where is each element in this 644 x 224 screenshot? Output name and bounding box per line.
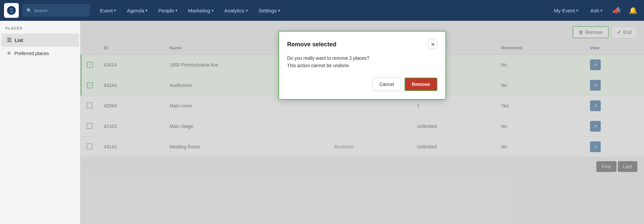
nav-analytics[interactable]: Analytics ▾: [220, 5, 253, 16]
megaphone-icon[interactable]: 📣: [610, 4, 624, 16]
nav-event[interactable]: Event ▾: [95, 5, 121, 16]
chevron-down-icon: ▾: [212, 8, 214, 13]
modal-header: Remove selected ✕: [287, 40, 437, 49]
nav-marketing[interactable]: Marketing ▾: [183, 5, 218, 16]
remove-selected-modal: Remove selected ✕ Do you really want to …: [278, 31, 446, 100]
modal-body-line2: This action cannot be undone.: [287, 62, 437, 69]
sidebar: PLACES ☰ List ✳ Preferred places: [0, 21, 80, 224]
notification-icon[interactable]: 🔔: [626, 4, 640, 16]
chevron-down-icon: ▾: [246, 8, 248, 13]
modal-remove-button[interactable]: Remove: [405, 78, 437, 91]
sidebar-item-list[interactable]: ☰ List: [1, 34, 79, 47]
chevron-down-icon: ▾: [576, 8, 578, 13]
chevron-down-icon: ▾: [114, 8, 116, 13]
list-icon: ☰: [7, 37, 11, 43]
my-event-menu[interactable]: My Event ▾: [549, 5, 583, 16]
nav-people[interactable]: People ▾: [154, 5, 182, 16]
sidebar-section-title: PLACES: [0, 26, 80, 34]
chevron-down-icon: ▾: [175, 8, 177, 13]
chevron-down-icon: ▾: [278, 8, 280, 13]
top-navigation: 🔍 Search Event ▾ Agenda ▾ People ▾ Marke…: [0, 0, 644, 21]
app-logo[interactable]: [4, 3, 19, 18]
modal-body: Do you really want to remove 2 places? T…: [287, 54, 437, 70]
sidebar-item-list-label: List: [15, 38, 23, 43]
search-bar[interactable]: 🔍 Search: [23, 4, 90, 16]
user-menu[interactable]: Ash ▾: [586, 5, 607, 16]
nav-agenda[interactable]: Agenda ▾: [122, 5, 152, 16]
content-area: 🗑 Remove ✔ End ID Name Capacity Restr: [80, 21, 644, 224]
modal-footer: Cancel Remove: [287, 78, 437, 91]
sidebar-item-preferred-label: Preferred places: [14, 51, 49, 56]
topnav-right-section: My Event ▾ Ash ▾ 📣 🔔: [549, 4, 640, 16]
modal-close-button[interactable]: ✕: [428, 40, 437, 49]
main-layout: PLACES ☰ List ✳ Preferred places 🗑 Remov…: [0, 21, 644, 224]
search-icon: 🔍: [26, 8, 32, 13]
modal-title: Remove selected: [287, 41, 336, 48]
sidebar-item-preferred-places[interactable]: ✳ Preferred places: [1, 47, 79, 60]
modal-overlay: Remove selected ✕ Do you really want to …: [80, 21, 644, 224]
chevron-down-icon: ▾: [146, 8, 148, 13]
chevron-down-icon: ▾: [600, 8, 602, 13]
svg-point-0: [7, 6, 16, 15]
cancel-button[interactable]: Cancel: [372, 78, 401, 91]
search-placeholder: Search: [34, 8, 48, 13]
nav-settings[interactable]: Settings ▾: [254, 5, 285, 16]
modal-body-line1: Do you really want to remove 2 places?: [287, 54, 437, 62]
asterisk-icon: ✳: [7, 50, 11, 56]
